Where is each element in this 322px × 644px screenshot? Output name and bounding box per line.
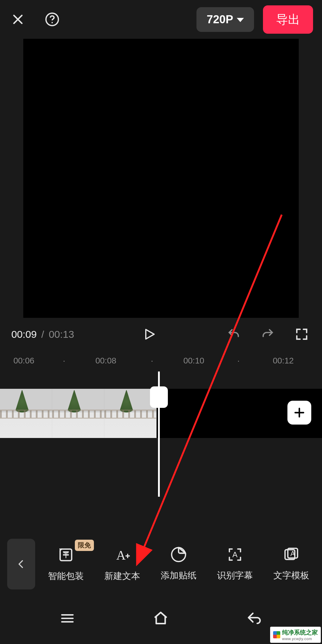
home-button[interactable] [152, 609, 170, 628]
export-label: 导出 [276, 13, 300, 26]
clip-thumbnail [104, 389, 157, 438]
watermark: 纯净系统之家 www.ycwjty.com [270, 627, 321, 643]
export-button[interactable]: 导出 [263, 5, 313, 34]
add-clip-button[interactable] [287, 401, 311, 425]
svg-point-3 [52, 22, 53, 24]
tool-recognize-subtitle[interactable]: A 识别字幕 [217, 546, 253, 582]
watermark-title: 纯净系统之家 [282, 629, 318, 636]
timeline-track[interactable] [0, 371, 322, 497]
tool-label: 识别字幕 [217, 569, 253, 582]
tool-new-text[interactable]: A 新建文本 [104, 546, 140, 582]
help-icon[interactable] [43, 10, 61, 28]
svg-text:A: A [290, 549, 295, 557]
toolbar-back-button[interactable] [7, 539, 35, 589]
play-button[interactable] [140, 325, 158, 343]
timeline-ruler[interactable]: 00:06 · 00:08 · 00:10 · 00:12 [0, 351, 322, 371]
back-button[interactable] [246, 610, 263, 628]
svg-text:T: T [63, 551, 68, 560]
svg-text:A: A [116, 548, 126, 562]
clip-thumbnail [52, 389, 104, 438]
watermark-url: www.ycwjty.com [282, 637, 318, 641]
recent-apps-button[interactable] [59, 610, 76, 628]
total-duration: 00:13 [49, 329, 74, 340]
chevron-down-icon [237, 18, 244, 22]
close-icon[interactable] [9, 10, 27, 28]
tool-label: 新建文本 [104, 570, 140, 582]
timecode: 00:09 / 00:13 [11, 329, 74, 340]
ruler-tick: 00:12 [273, 356, 294, 366]
time-separator: / [40, 329, 46, 340]
svg-text:A: A [233, 550, 238, 559]
ruler-tick: 00:08 [95, 356, 116, 366]
free-badge: 限免 [75, 540, 94, 551]
tool-add-sticker[interactable]: 添加贴纸 [161, 546, 196, 582]
redo-button[interactable] [259, 325, 277, 343]
ruler-dot: · [151, 356, 153, 366]
resolution-label: 720P [207, 13, 233, 26]
ruler-dot: · [237, 356, 240, 366]
tool-text-template[interactable]: A 文字模板 [273, 546, 309, 582]
resolution-dropdown[interactable]: 720P [196, 7, 254, 32]
tool-label: 添加贴纸 [161, 569, 196, 582]
current-time: 00:09 [11, 329, 37, 340]
tool-label: 智能包装 [48, 570, 84, 582]
svg-marker-4 [146, 329, 154, 339]
ruler-tick: 00:06 [13, 356, 34, 366]
playhead-handle[interactable] [150, 386, 168, 408]
tool-label: 文字模板 [273, 569, 309, 582]
clip-thumbnail [0, 389, 52, 438]
watermark-logo-icon [273, 631, 280, 638]
ruler-tick: 00:10 [183, 356, 204, 366]
undo-button[interactable] [225, 325, 243, 343]
ruler-dot: · [63, 356, 65, 366]
video-preview[interactable] [23, 39, 299, 318]
fullscreen-button[interactable] [293, 325, 311, 343]
tool-smart-package[interactable]: 限免 T 智能包装 [48, 546, 84, 582]
